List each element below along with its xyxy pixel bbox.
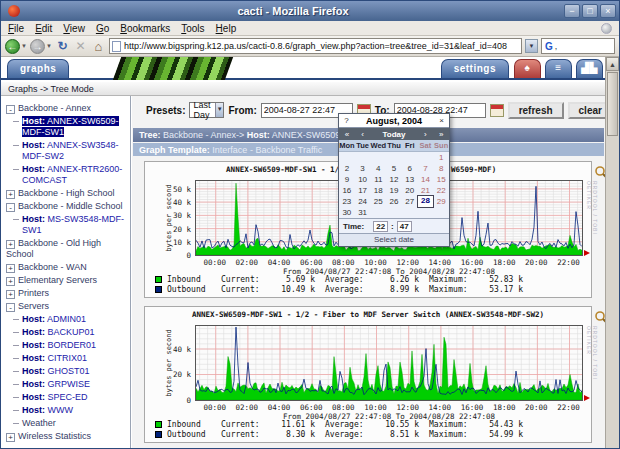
sidebar-branch-backbone-old-high-school[interactable]: +Backbone - Old High School bbox=[1, 237, 130, 261]
sidebar-branch-elementary-servers[interactable]: +Elementary Servers bbox=[1, 274, 130, 287]
calendar-day-3[interactable]: 3 bbox=[355, 163, 371, 174]
calendar-day-27[interactable]: 27 bbox=[402, 196, 418, 207]
calendar-day-25[interactable]: 25 bbox=[370, 196, 386, 207]
calendar-day-7[interactable]: 7 bbox=[418, 163, 434, 174]
expand-icon[interactable]: + bbox=[6, 277, 15, 286]
prev-year-icon[interactable]: « bbox=[339, 130, 355, 139]
sidebar-host-annex-rtr2600-comcast[interactable]: Host: ANNEX-RTR2600-COMCAST bbox=[1, 163, 130, 187]
menu-go[interactable]: Go bbox=[96, 23, 109, 34]
menu-help[interactable]: Help bbox=[216, 23, 237, 34]
preset-select[interactable]: Last Day▼ bbox=[189, 102, 224, 118]
url-bar[interactable]: http://www.bigspring.k12.pa.us/cacti-0.8… bbox=[109, 38, 522, 54]
calendar-day-22[interactable]: 22 bbox=[433, 185, 449, 196]
sidebar-branch-backbone-wan[interactable]: +Backbone - WAN bbox=[1, 261, 130, 274]
url-dropdown-button[interactable]: ▼ bbox=[525, 39, 538, 53]
today-button[interactable]: Today bbox=[370, 130, 417, 139]
calendar-day-6[interactable]: 6 bbox=[402, 163, 418, 174]
zoom-graph-icon[interactable] bbox=[594, 310, 605, 324]
calendar-day-21[interactable]: 21 bbox=[418, 185, 434, 196]
scrollbar-thumb[interactable] bbox=[607, 72, 618, 136]
hour-input[interactable]: 22 bbox=[373, 221, 388, 232]
sidebar-branch-backbone-middle-school[interactable]: -Backbone - Middle School bbox=[1, 200, 130, 213]
sidebar-host-border01[interactable]: Host: BORDER01 bbox=[1, 339, 130, 352]
calendar-day-14[interactable]: 14 bbox=[418, 174, 434, 185]
calendar-day-26[interactable]: 26 bbox=[386, 196, 402, 207]
sidebar-branch-servers[interactable]: -Servers bbox=[1, 300, 130, 313]
calendar-day-24[interactable]: 24 bbox=[355, 196, 371, 207]
sidebar-host-ms-sw3548-mdf-sw1[interactable]: Host: MS-SW3548-MDF-SW1 bbox=[1, 213, 130, 237]
sidebar-host-annex-sw3548-mdf-sw2[interactable]: Host: ANNEX-SW3548-MDF-SW2 bbox=[1, 139, 130, 163]
to-calendar-button[interactable] bbox=[490, 104, 504, 117]
vertical-scrollbar[interactable]: ▲ bbox=[605, 57, 619, 448]
calendar-day-28[interactable]: 28 bbox=[418, 196, 434, 207]
calendar-close-button[interactable]: × bbox=[434, 116, 449, 125]
minimize-button[interactable]: − bbox=[564, 4, 580, 18]
sidebar-host-admin01[interactable]: Host: ADMIN01 bbox=[1, 313, 130, 326]
sidebar-host-backup01[interactable]: Host: BACKUP01 bbox=[1, 326, 130, 339]
clear-button[interactable]: clear bbox=[568, 102, 605, 119]
sidebar-branch-backbone-annex[interactable]: -Backbone - Annex bbox=[1, 102, 130, 115]
forward-button[interactable]: →▼ bbox=[30, 39, 52, 54]
expand-icon[interactable]: + bbox=[6, 190, 15, 199]
sidebar-branch-backbone-high-school[interactable]: +Backbone - High School bbox=[1, 187, 130, 200]
scrollbar-up-arrow[interactable]: ▲ bbox=[606, 57, 619, 71]
calendar-day-11[interactable]: 11 bbox=[370, 174, 386, 185]
tab-graphs[interactable]: graphs bbox=[7, 59, 69, 78]
calendar-day-17[interactable]: 17 bbox=[355, 185, 371, 196]
refresh-button[interactable]: refresh bbox=[508, 102, 564, 119]
list-view-tab-icon[interactable]: ≡ bbox=[545, 59, 572, 78]
zoom-graph-icon[interactable] bbox=[594, 165, 605, 179]
sidebar-host-annex-sw6509-mdf-sw1[interactable]: Host: ANNEX-SW6509-MDF-SW1 bbox=[1, 115, 130, 139]
calendar-day-13[interactable]: 13 bbox=[402, 174, 418, 185]
menu-tools[interactable]: Tools bbox=[181, 23, 204, 34]
expand-icon[interactable]: + bbox=[6, 264, 15, 273]
calendar-day-19[interactable]: 19 bbox=[386, 185, 402, 196]
calendar-day-18[interactable]: 18 bbox=[370, 185, 386, 196]
console-tab-icon[interactable]: ♠ bbox=[514, 59, 541, 78]
back-button[interactable]: ←▼ bbox=[5, 39, 27, 54]
sidebar-host-spec-ed[interactable]: Host: SPEC-ED bbox=[1, 391, 130, 404]
minute-input[interactable]: 47 bbox=[397, 221, 412, 232]
reload-button[interactable]: ↻ bbox=[55, 39, 70, 54]
menu-file[interactable]: File bbox=[8, 23, 24, 34]
sidebar-host-ghost01[interactable]: Host: GHOST01 bbox=[1, 365, 130, 378]
close-button[interactable]: × bbox=[600, 4, 616, 18]
sidebar-host-grpwise[interactable]: Host: GRPWISE bbox=[1, 378, 130, 391]
expand-icon[interactable]: + bbox=[6, 240, 15, 249]
menu-bookmarks[interactable]: Bookmarks bbox=[120, 23, 170, 34]
preset-dropdown-icon[interactable]: ▼ bbox=[215, 103, 223, 117]
calendar-day-10[interactable]: 10 bbox=[355, 174, 371, 185]
calendar-day-4[interactable]: 4 bbox=[370, 163, 386, 174]
search-input[interactable]: G , bbox=[541, 38, 615, 54]
tab-settings[interactable]: settings bbox=[441, 59, 509, 78]
sidebar-branch-wireless-statistics[interactable]: +Wireless Statistics bbox=[1, 430, 130, 443]
calendar-day-9[interactable]: 9 bbox=[339, 174, 355, 185]
expand-icon[interactable]: + bbox=[6, 290, 15, 299]
calendar-day-30[interactable]: 30 bbox=[339, 207, 355, 218]
sidebar-branch-printers[interactable]: +Printers bbox=[1, 287, 130, 300]
calendar-day-23[interactable]: 23 bbox=[339, 196, 355, 207]
home-button[interactable]: ⌂ bbox=[91, 39, 106, 54]
collapse-icon[interactable]: - bbox=[6, 203, 15, 212]
calendar-day-16[interactable]: 16 bbox=[339, 185, 355, 196]
calendar-day-1[interactable]: 1 bbox=[433, 152, 449, 163]
collapse-icon[interactable]: - bbox=[6, 105, 15, 114]
sidebar-host-citrix01[interactable]: Host: CITRIX01 bbox=[1, 352, 130, 365]
calendar-day-2[interactable]: 2 bbox=[339, 163, 355, 174]
sidebar-branch-weather[interactable]: Weather bbox=[1, 417, 130, 430]
calendar-day-20[interactable]: 20 bbox=[402, 185, 418, 196]
calendar-help-button[interactable]: ? bbox=[339, 116, 354, 125]
calendar-day-8[interactable]: 8 bbox=[433, 163, 449, 174]
calendar-day-15[interactable]: 15 bbox=[433, 174, 449, 185]
calendar-day-29[interactable]: 29 bbox=[433, 196, 449, 207]
calendar-day-31[interactable]: 31 bbox=[355, 207, 371, 218]
url-text[interactable]: http://www.bigspring.k12.pa.us/cacti-0.8… bbox=[124, 41, 519, 51]
back-dropdown-icon[interactable]: ▼ bbox=[21, 43, 27, 49]
expand-icon[interactable]: + bbox=[6, 433, 15, 442]
calendar-day-12[interactable]: 12 bbox=[386, 174, 402, 185]
prev-month-icon[interactable]: ‹ bbox=[355, 130, 371, 139]
menu-view[interactable]: View bbox=[63, 23, 85, 34]
graph-view-tab-icon[interactable]: ▟▙ bbox=[576, 59, 603, 78]
calendar-day-5[interactable]: 5 bbox=[386, 163, 402, 174]
stop-button[interactable]: ✕ bbox=[73, 39, 88, 54]
